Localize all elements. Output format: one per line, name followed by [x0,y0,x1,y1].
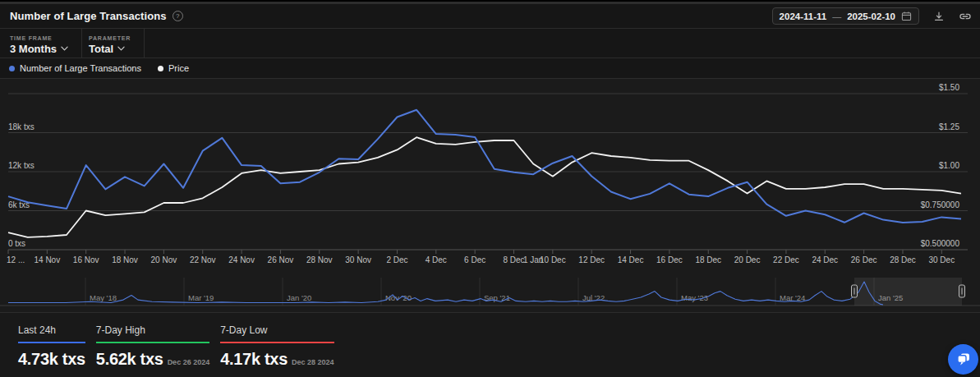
x-axis-label: 2 Dec [386,255,407,264]
legend-label: Number of Large Transactions [20,63,141,73]
legend-dot-blue [9,66,15,71]
link-icon[interactable] [959,11,972,22]
y-axis-left-label: 0 txs [8,239,25,248]
x-axis-label: 28 Dec [890,255,916,264]
x-axis-label: 20 Nov [151,255,177,264]
y-axis-right-label: $1.25 [939,122,959,131]
stat-underline: 7-Day Low [220,322,334,343]
chevron-down-icon [61,46,68,51]
x-axis-label: 24 Dec [812,255,838,264]
navigator-axis-label: Mar '19 [188,293,214,302]
x-axis-label: 18 Nov [112,255,138,264]
y-axis-right-label: $1.00 [939,161,959,170]
date-range-picker[interactable]: 2024-11-11 — 2025-02-10 [772,7,919,25]
navigator-axis-label: May '18 [90,293,117,302]
filter-row: TIME FRAME 3 Months PARAMETER Total [0,29,980,58]
transactions-line-series[interactable] [8,110,961,223]
stat-value: 5.62k txs [96,350,163,369]
y-axis-right-label: $1.50 [939,83,959,92]
time-frame-select[interactable]: TIME FRAME 3 Months [0,29,82,57]
stat-underline: 7-Day High [96,322,209,343]
x-axis-label: 14 Nov [35,255,61,264]
time-frame-value[interactable]: 3 Months [10,43,57,55]
legend-dot-white [158,66,163,71]
x-axis-label: 22 Nov [190,255,216,264]
date-start[interactable]: 2024-11-11 [780,11,827,21]
parameter-value[interactable]: Total [89,43,113,55]
header-actions: 2024-11-11 — 2025-02-10 [772,7,972,25]
navigator-left-handle[interactable] [852,285,858,297]
main-chart[interactable]: 18k txs12k txs6k txs0 txs$1.50$1.25$1.00… [0,79,980,276]
y-axis-left-label: 12k txs [8,161,35,170]
x-axis-label: 28 Nov [306,255,333,264]
y-axis-right-label: $0.500000 [921,239,960,248]
parameter-label: PARAMETER [89,35,131,41]
stat-7-day-low: 7-Day Low 4.17k txs Dec 28 2024 [220,322,334,377]
x-axis-label: 12 ... [7,255,25,264]
stat-last-24h: Last 24h 4.73k txs [18,322,85,377]
x-axis-label: 30 Dec [928,255,955,264]
stat-label: 7-Day High [96,324,145,336]
page-title: Number of Large Transactions [10,10,167,22]
chat-launcher-button[interactable] [948,344,978,375]
analytics-page: Number of Large Transactions ? 2024-11-1… [0,0,980,377]
filter-row-spacer [145,29,980,57]
stat-label: Last 24h [18,324,56,336]
navigator-axis-label: Jan '20 [287,293,311,302]
title-wrap: Number of Large Transactions ? [10,10,183,22]
legend-label: Price [168,63,189,73]
x-axis-label: 26 Nov [268,255,294,264]
stat-value: 4.17k txs [220,350,288,369]
stat-7-day-high: 7-Day High 5.62k txs Dec 26 2024 [96,322,209,377]
header-row: Number of Large Transactions ? 2024-11-1… [0,4,980,29]
download-icon[interactable] [933,11,945,22]
chevron-down-icon [117,46,125,51]
x-axis-label: 30 Nov [345,255,371,264]
parameter-select[interactable]: PARAMETER Total [82,29,145,57]
stat-underline: Last 24h [18,322,85,343]
x-axis-ghost-label: 1 Jan [523,255,543,264]
help-icon[interactable]: ? [173,11,183,21]
x-axis-label: 14 Dec [618,255,644,264]
stat-date: Dec 28 2024 [292,358,334,366]
timeline-navigator[interactable]: May '18Mar '19Jan '20Nov '20Sep '21Jul '… [0,276,980,312]
date-end[interactable]: 2025-02-10 [847,11,895,21]
chart-legend: Number of Large Transactions Price [0,58,980,79]
stat-date: Dec 26 2024 [168,358,210,366]
y-axis-left-label: 18k txs [8,122,35,131]
x-axis-label: 26 Dec [851,255,877,264]
x-axis-label: 8 Dec [503,255,524,264]
x-axis-label: 20 Dec [734,255,761,264]
x-axis-label: 6 Dec [464,255,485,264]
stat-value: 4.73k txs [18,350,85,369]
navigator-selection[interactable] [854,278,962,306]
date-separator: — [832,11,841,21]
x-axis-label: 4 Dec [426,255,447,264]
stats-row: Last 24h 4.73k txs 7-Day High 5.62k txs … [0,312,980,377]
navigator-series [8,282,883,305]
x-axis-label: 18 Dec [695,255,721,264]
x-axis-label: 24 Nov [228,255,255,264]
x-axis-label: 16 Nov [73,255,99,264]
x-axis-label: 22 Dec [773,255,799,264]
x-axis-label: 10 Dec [540,255,566,264]
stat-label: 7-Day Low [220,324,267,336]
legend-item-transactions[interactable]: Number of Large Transactions [9,63,141,73]
x-axis-label: 12 Dec [578,255,605,264]
y-axis-right-label: $0.750000 [921,200,960,209]
x-axis-label: 16 Dec [656,255,683,264]
chat-bubbles-icon [955,351,972,368]
time-frame-label: TIME FRAME [10,35,68,41]
legend-item-price[interactable]: Price [158,63,189,73]
navigator-right-handle[interactable] [959,285,965,297]
calendar-icon [901,11,912,21]
